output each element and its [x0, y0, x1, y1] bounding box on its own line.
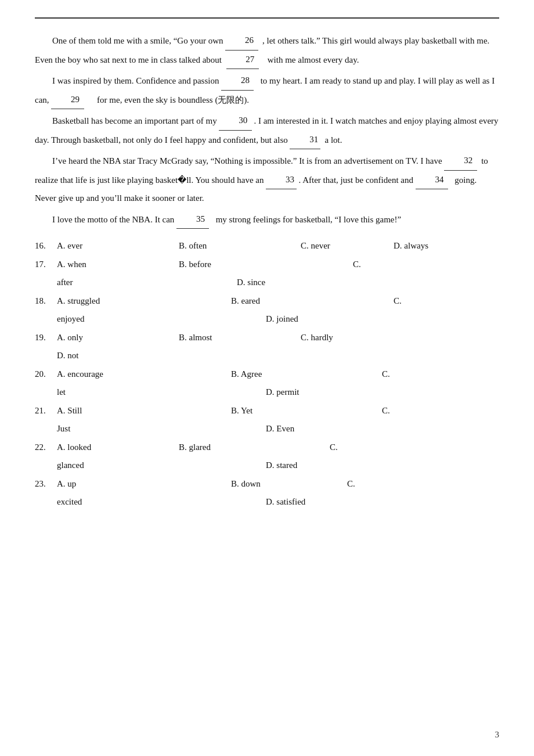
blank-28: 28 — [221, 71, 254, 91]
q19-a: A. only — [57, 329, 179, 347]
q20-c-label: C. — [382, 365, 390, 384]
q20-a: A. encourage — [57, 365, 231, 384]
para3-text1: Basketball has become an important part … — [52, 116, 217, 125]
q16-a: A. ever — [57, 237, 179, 255]
para4-text1: I’ve heard the NBA star Tracy McGrady sa… — [52, 156, 442, 165]
q22-c: glanced — [57, 456, 231, 475]
paragraph-1: One of them told me with a smile, “Go yo… — [35, 31, 499, 69]
para3-text3: a lot. — [323, 135, 342, 145]
q23-c-label: C. — [347, 475, 355, 494]
q22-d: D. stared — [231, 456, 297, 475]
question-19: 19. A. only B. almost C. hardly D. not — [35, 329, 499, 365]
q23-a: A. up — [57, 475, 231, 494]
q18-c: enjoyed — [57, 310, 231, 329]
q23-d: D. satisfied — [231, 493, 305, 512]
top-divider — [35, 17, 499, 19]
q22-a: A. looked — [57, 438, 179, 457]
question-16: 16. A. ever B. often C. never D. always — [35, 237, 499, 255]
q16-d: D. always — [394, 237, 463, 255]
q19-c: C. hardly — [301, 329, 333, 347]
para4-text3: . After that, just be confident and — [299, 175, 413, 185]
question-17: 17. A. when B. before C. after D. sincе — [35, 255, 499, 292]
q22-b: B. glared — [179, 438, 330, 457]
q19-d: D. not — [57, 347, 79, 365]
blank-34: 34 — [416, 171, 448, 190]
q18-d: D. joined — [231, 310, 298, 329]
q17-a: A. when — [57, 255, 179, 274]
page-number: 3 — [495, 730, 500, 740]
para1-text3: with me almost every day. — [261, 55, 359, 64]
blank-30: 30 — [219, 111, 251, 131]
paragraph-4: I’ve heard the NBA star Tracy McGrady sa… — [35, 152, 499, 208]
paragraph-3: Basketball has become an important part … — [35, 111, 499, 149]
para2-text3: for me, even the sky is boundless (无限的). — [86, 95, 249, 105]
question-20: 20. A. encourage B. Agree C. let D. perm… — [35, 365, 499, 402]
q21-d: D. Even — [231, 420, 294, 438]
blank-31: 31 — [290, 131, 320, 150]
q20-c: let — [57, 383, 231, 402]
paragraph-2: I was inspired by them. Confidence and p… — [35, 71, 499, 109]
question-21: 21. A. Still B. Yet C. Just D. Even — [35, 402, 499, 438]
q23-num: 23. — [35, 475, 57, 494]
blank-29: 29 — [51, 91, 84, 110]
q18-b: B. eared — [231, 292, 394, 311]
q17-b: B. before — [179, 255, 353, 274]
q22-c-label: C. — [330, 438, 338, 457]
q21-num: 21. — [35, 402, 57, 420]
q17-d: D. sincе — [179, 273, 272, 292]
question-23: 23. A. up B. down C. excited D. satisfie… — [35, 475, 499, 512]
q18-num: 18. — [35, 292, 57, 311]
para1-text1: One of them told me with a smile, “Go yo… — [52, 36, 223, 45]
q20-num: 20. — [35, 365, 57, 384]
q21-c-label: C. — [382, 402, 390, 420]
q21-a: A. Still — [57, 402, 231, 420]
q16-num: 16. — [35, 237, 57, 255]
page: One of them told me with a smile, “Go yo… — [0, 0, 534, 756]
q17-num: 17. — [35, 255, 57, 274]
blank-33: 33 — [266, 171, 297, 190]
q16-c: C. never — [301, 237, 394, 255]
q16-b: B. often — [179, 237, 301, 255]
q23-c: excited — [57, 493, 231, 512]
paragraph-5: I love the motto of the NBA. It can 35 m… — [35, 210, 499, 229]
q17-c-label: C. — [353, 255, 361, 274]
question-18: 18. A. struggled B. eared C. enjoyed D. … — [35, 292, 499, 329]
q19-b: B. almost — [179, 329, 301, 347]
q21-b: B. Yet — [231, 402, 382, 420]
q20-d: D. permit — [231, 383, 300, 402]
q23-b: B. down — [231, 475, 347, 494]
blank-27: 27 — [226, 51, 259, 70]
q19-num: 19. — [35, 329, 57, 347]
para5-text1: I love the motto of the NBA. It can — [52, 215, 174, 224]
blank-26: 26 — [225, 31, 258, 51]
q21-c: Just — [57, 420, 231, 438]
q18-a: A. struggled — [57, 292, 231, 311]
blank-32: 32 — [444, 152, 477, 171]
q17-c: after — [57, 273, 179, 292]
options-section: 16. A. ever B. often C. never D. always … — [35, 237, 499, 512]
q20-b: B. Agree — [231, 365, 382, 384]
question-22: 22. A. looked B. glared C. glanced D. st… — [35, 438, 499, 475]
para5-text2: my strong feelings for basketball, “I lo… — [211, 215, 401, 224]
q18-c-label: C. — [394, 292, 402, 311]
blank-35: 35 — [176, 210, 209, 229]
para2-text1: I was inspired by them. Confidence and p… — [52, 76, 219, 85]
q22-num: 22. — [35, 438, 57, 457]
